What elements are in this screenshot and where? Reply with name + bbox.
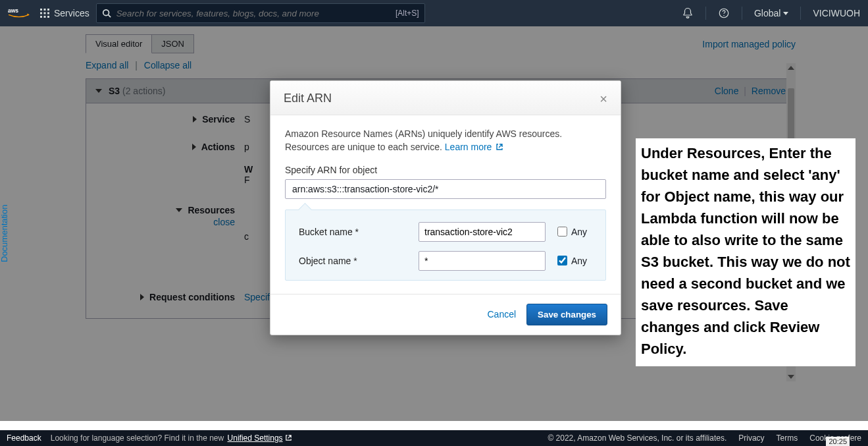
object-any-checkbox[interactable]	[557, 256, 567, 265]
feedback-link[interactable]: Feedback	[7, 433, 41, 443]
external-link-icon	[285, 434, 292, 441]
svg-line-11	[108, 15, 111, 18]
notifications-icon[interactable]	[682, 7, 694, 19]
modal-description: Amazon Resource Names (ARNs) uniquely id…	[285, 127, 606, 154]
divider	[800, 7, 801, 20]
documentation-tab[interactable]: Documentation	[0, 197, 13, 270]
arn-input[interactable]	[285, 179, 606, 199]
svg-point-10	[103, 10, 109, 16]
save-changes-button[interactable]: Save changes	[526, 304, 607, 325]
edit-arn-modal: Edit ARN × Amazon Resource Names (ARNs) …	[270, 80, 621, 335]
account-label[interactable]: VICIWUOH	[813, 8, 860, 18]
cancel-button[interactable]: Cancel	[488, 309, 517, 320]
modal-title: Edit ARN	[284, 92, 332, 105]
region-selector[interactable]: Global	[754, 8, 788, 18]
search-icon	[102, 9, 111, 18]
language-hint: Looking for language selection? Find it …	[51, 433, 292, 443]
copyright-text: © 2022, Amazon Web Services, Inc. or its…	[548, 433, 727, 443]
terms-link[interactable]: Terms	[777, 433, 798, 443]
search-input[interactable]	[116, 9, 390, 18]
top-nav: aws Services [Alt+S] Global VICIWUOH	[0, 0, 868, 26]
svg-point-13	[723, 15, 725, 16]
svg-rect-7	[40, 16, 42, 18]
privacy-link[interactable]: Privacy	[738, 433, 764, 443]
modal-close-button[interactable]: ×	[600, 92, 607, 105]
svg-rect-9	[47, 16, 49, 18]
bucket-any-checkbox[interactable]	[557, 227, 567, 237]
help-icon[interactable]	[718, 7, 730, 19]
system-clock: 20:25	[826, 437, 850, 446]
divider	[742, 7, 742, 20]
divider	[705, 7, 706, 20]
services-menu[interactable]: Services	[39, 8, 89, 18]
bucket-name-input[interactable]	[419, 222, 546, 242]
global-search[interactable]: [Alt+S]	[96, 3, 425, 23]
unified-settings-link[interactable]: Unified Settings	[228, 433, 292, 443]
search-shortcut: [Alt+S]	[396, 9, 419, 18]
console-footer: Feedback Looking for language selection?…	[0, 430, 868, 446]
learn-more-link[interactable]: Learn more	[445, 142, 503, 152]
svg-rect-2	[44, 9, 46, 11]
specify-arn-label: Specify ARN for object	[285, 165, 606, 175]
svg-rect-8	[44, 16, 46, 18]
arn-parts-panel: Bucket name * Any Object name * Any	[285, 209, 606, 281]
instruction-text: Under Resources, Enter the bucket name a…	[641, 142, 850, 360]
svg-rect-5	[44, 13, 46, 14]
object-any-label: Any	[571, 256, 587, 266]
external-link-icon	[496, 143, 503, 151]
object-name-label: Object name *	[299, 256, 411, 266]
bucket-any-label: Any	[571, 227, 587, 237]
grid-icon	[39, 8, 50, 18]
modal-description-text: Amazon Resource Names (ARNs) uniquely id…	[285, 128, 562, 152]
svg-text:aws: aws	[8, 7, 18, 14]
caret-down-icon	[783, 12, 788, 15]
bucket-name-label: Bucket name *	[299, 227, 411, 237]
svg-rect-3	[47, 9, 49, 11]
instruction-annotation: Under Resources, Enter the bucket name a…	[636, 138, 855, 366]
svg-rect-1	[40, 9, 42, 11]
svg-rect-4	[40, 13, 42, 14]
aws-logo[interactable]: aws	[8, 6, 30, 20]
object-name-input[interactable]	[419, 251, 546, 271]
services-label: Services	[54, 8, 89, 18]
svg-rect-6	[47, 13, 49, 14]
region-label: Global	[754, 8, 780, 18]
